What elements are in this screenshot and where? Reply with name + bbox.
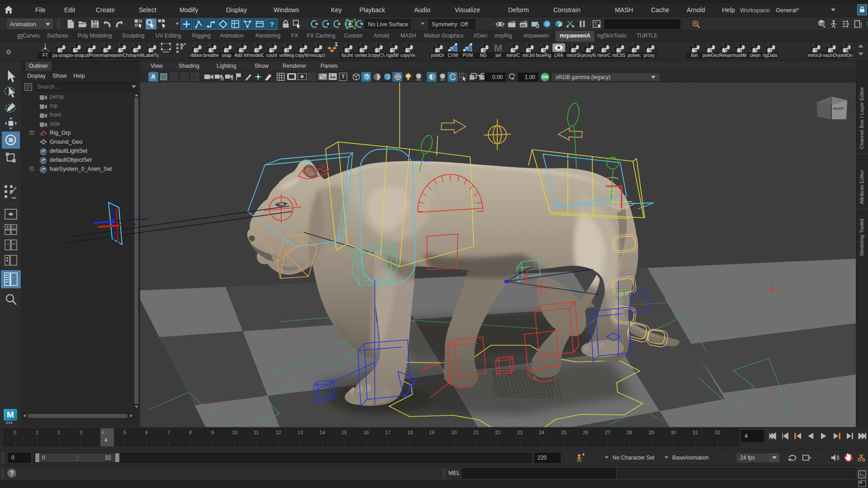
svg-text:RIGHT: RIGHT: [833, 107, 844, 111]
svg-text:IPR: IPR: [521, 24, 526, 27]
svg-text:T: T: [594, 22, 597, 27]
svg-text:?: ?: [270, 20, 274, 28]
